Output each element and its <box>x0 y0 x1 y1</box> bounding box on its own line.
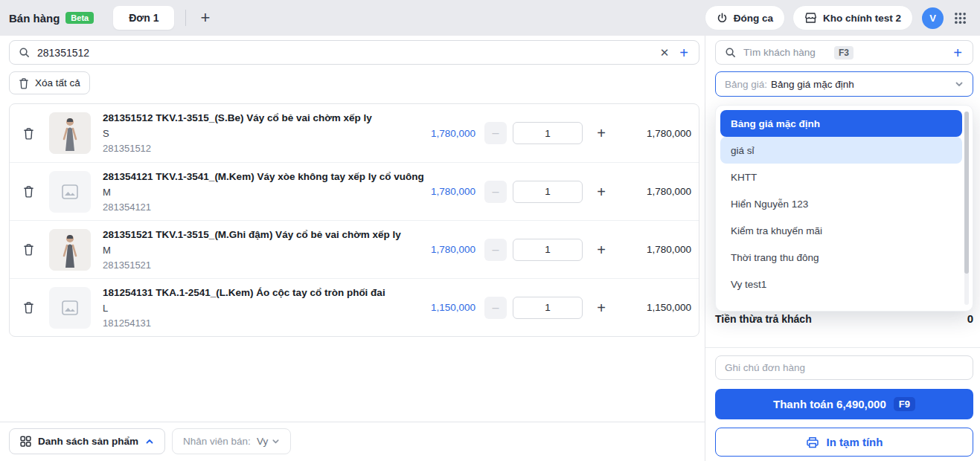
product-size: M <box>103 245 401 256</box>
row-controls: 1,780,000 – + 1,780,000 <box>407 181 691 203</box>
grid-icon <box>20 436 31 447</box>
cart-item-row: 281351521 TKV.1-3515_(M.Ghi đậm) Váy cổ … <box>10 220 699 278</box>
product-info: 281351512 TKV.1-3515_(S.Be) Váy cổ bẻ va… <box>103 112 372 154</box>
product-size: L <box>103 303 385 314</box>
pricebook-dropdown: Bảng giá mặc định giá sỉ KHTT Hiển Nguyễ… <box>715 105 973 312</box>
qty-decrease-button[interactable]: – <box>484 239 507 261</box>
checkout-panel: F3 + Bảng giá: Bảng giá mặc định Bảng gi… <box>705 36 980 461</box>
qty-increase-button[interactable]: + <box>593 126 609 141</box>
seller-select-button[interactable]: Nhân viên bán: Vy <box>172 428 291 454</box>
pricebook-selected-value: Bảng giá mặc định <box>771 79 854 90</box>
unit-price[interactable]: 1,150,000 <box>407 302 475 313</box>
print-provisional-button[interactable]: In tạm tính <box>715 428 973 457</box>
qty-increase-button[interactable]: + <box>593 300 609 315</box>
unit-price[interactable]: 1,780,000 <box>407 128 475 139</box>
delete-item-icon[interactable] <box>22 242 36 257</box>
product-photo <box>49 112 91 154</box>
apps-grid-icon[interactable] <box>951 9 970 28</box>
cart-item-row: 281354121 TKV.1-3541_(M.Kem) Váy xòe khô… <box>10 162 699 220</box>
qty-decrease-button[interactable]: – <box>484 122 507 144</box>
product-title: 181254131 TKA.1-2541_(L.Kem) Áo cộc tay … <box>103 287 385 298</box>
qty-decrease-button[interactable]: – <box>484 181 507 203</box>
delete-item-icon[interactable] <box>22 300 36 315</box>
product-photo <box>49 229 91 271</box>
topbar-right: Đóng ca Kho chính test 2 V <box>705 5 970 30</box>
hotkey-f3-badge: F3 <box>834 46 854 59</box>
add-customer-icon[interactable]: + <box>952 45 964 60</box>
row-controls: 1,780,000 – + 1,780,000 <box>407 122 691 144</box>
qty-increase-button[interactable]: + <box>593 242 609 257</box>
qty-input[interactable] <box>513 181 583 203</box>
product-sku: 281354121 <box>103 202 407 213</box>
product-search-input[interactable] <box>37 47 651 59</box>
product-list-toggle-button[interactable]: Danh sách sản phẩm <box>9 428 165 454</box>
product-title: 281351512 TKV.1-3515_(S.Be) Váy cổ bẻ va… <box>103 112 372 123</box>
tab-separator <box>185 10 186 26</box>
left-footer: Danh sách sản phẩm Nhân viên bán: Vy <box>0 422 705 461</box>
chevron-down-icon <box>272 437 280 445</box>
power-icon <box>717 13 728 24</box>
delete-item-icon[interactable] <box>22 184 36 199</box>
topbar: Bán hàng Beta Đơn 1 + Đóng ca Kho chính … <box>0 0 980 36</box>
change-due-row: Tiền thừa trả khách 0 <box>715 312 973 325</box>
product-title: 281354121 TKV.1-3541_(M.Kem) Váy xòe khô… <box>103 171 407 182</box>
pricebook-option[interactable]: giá sỉ <box>720 137 962 164</box>
user-avatar[interactable]: V <box>922 7 944 29</box>
search-icon <box>725 47 736 58</box>
image-placeholder-icon <box>49 171 91 213</box>
customer-search-input[interactable] <box>743 47 827 58</box>
search-icon <box>19 47 30 58</box>
add-product-icon[interactable]: + <box>678 45 690 60</box>
pricebook-option[interactable]: KHTT <box>720 164 962 190</box>
chevron-up-icon <box>145 437 154 446</box>
order-note-input[interactable] <box>715 355 973 380</box>
product-title: 281351521 TKV.1-3515_(M.Ghi đậm) Váy cổ … <box>103 229 401 240</box>
scrollbar-thumb[interactable] <box>964 112 969 274</box>
qty-input[interactable] <box>513 297 583 319</box>
pay-button-label: Thanh toán 6,490,000 <box>773 398 886 410</box>
divider <box>705 347 980 348</box>
product-info: 181254131 TKA.1-2541_(L.Kem) Áo cộc tay … <box>103 287 385 329</box>
pricebook-select[interactable]: Bảng giá: Bảng giá mặc định <box>715 71 973 97</box>
warehouse-button[interactable]: Kho chính test 2 <box>792 5 913 30</box>
qty-decrease-button[interactable]: – <box>484 297 507 319</box>
product-sku: 281351521 <box>103 259 401 271</box>
pricebook-option[interactable]: Kiểm tra khuyến mãi <box>720 217 962 244</box>
clear-search-icon[interactable]: ✕ <box>659 46 671 59</box>
product-sku: 181254131 <box>103 317 385 329</box>
spacer <box>0 337 705 422</box>
qty-input[interactable] <box>513 239 583 261</box>
pricebook-option[interactable]: Hiển Nguyễn 123 <box>720 190 962 217</box>
hotkey-f9-badge: F9 <box>894 397 915 411</box>
row-controls: 1,780,000 – + 1,780,000 <box>407 239 691 261</box>
customer-search-bar: F3 + <box>715 40 973 65</box>
clear-all-button[interactable]: Xóa tất cả <box>9 71 90 94</box>
product-search-bar: ✕ + <box>9 40 699 65</box>
pricebook-option[interactable]: Vy test1 <box>720 271 962 297</box>
qty-increase-button[interactable]: + <box>593 184 609 199</box>
printer-icon <box>806 436 819 449</box>
product-size: S <box>103 128 372 139</box>
cart-list: 281351512 TKV.1-3515_(S.Be) Váy cổ bẻ va… <box>9 103 699 337</box>
pricebook-option[interactable]: Bảng giá mặc định <box>720 110 962 137</box>
line-total: 1,780,000 <box>618 186 691 197</box>
product-info: 281354121 TKV.1-3541_(M.Kem) Váy xòe khô… <box>103 171 407 213</box>
delete-item-icon[interactable] <box>22 126 36 141</box>
tab-order-1[interactable]: Đơn 1 <box>113 6 174 30</box>
store-icon <box>804 12 817 24</box>
line-total: 1,780,000 <box>618 128 691 139</box>
cart-item-row: 181254131 TKA.1-2541_(L.Kem) Áo cộc tay … <box>10 278 699 336</box>
add-order-tab-button[interactable]: + <box>197 10 213 26</box>
change-due-label: Tiền thừa trả khách <box>715 313 812 325</box>
pay-button[interactable]: Thanh toán 6,490,000 F9 <box>715 389 973 419</box>
pricebook-option[interactable]: Thời trang thu đông <box>720 244 962 271</box>
dropdown-scrollbar[interactable] <box>964 112 969 305</box>
unit-price[interactable]: 1,780,000 <box>407 186 475 197</box>
close-shift-button[interactable]: Đóng ca <box>705 5 785 30</box>
product-sku: 281351512 <box>103 143 372 154</box>
unit-price[interactable]: 1,780,000 <box>407 244 475 255</box>
trash-icon <box>19 77 29 89</box>
qty-input[interactable] <box>513 122 583 144</box>
cart-item-row: 281351512 TKV.1-3515_(S.Be) Váy cổ bẻ va… <box>10 104 699 162</box>
chevron-down-icon <box>955 80 964 88</box>
